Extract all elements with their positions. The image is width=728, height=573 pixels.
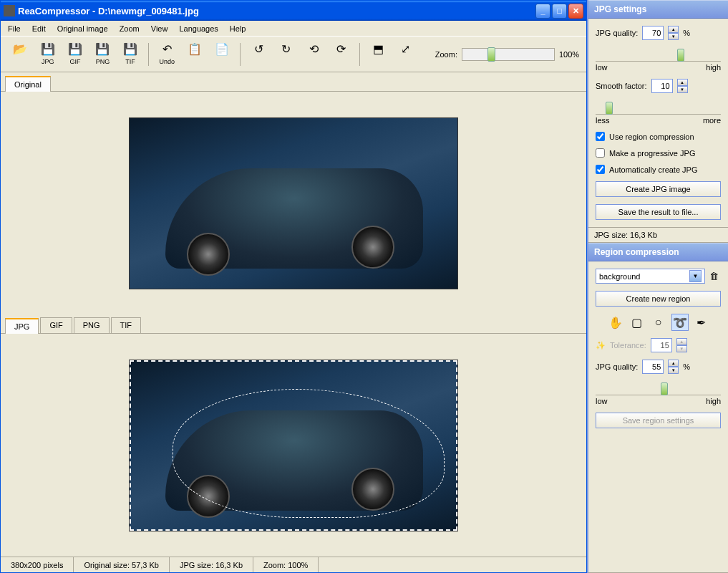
menu-original-image[interactable]: Original image: [53, 23, 112, 34]
menu-languages[interactable]: Languages: [175, 23, 222, 34]
paste-icon: 📄: [215, 42, 229, 57]
save-jpg-button[interactable]: 💾JPG: [35, 41, 59, 68]
jpg-settings-title: JPG settings: [588, 0, 728, 19]
zoom-slider-thumb[interactable]: [487, 47, 495, 62]
lasso-tool-icon[interactable]: ➰: [671, 314, 689, 331]
original-tabstrip: Original: [1, 72, 586, 92]
flip-h-icon: ⟲: [306, 42, 321, 57]
rect-select-icon[interactable]: ▢: [628, 314, 646, 331]
tab-original[interactable]: Original: [5, 76, 51, 92]
ellipse-select-icon[interactable]: ○: [650, 314, 667, 331]
copy-button[interactable]: 📋: [182, 41, 206, 68]
preview-image: [129, 360, 458, 531]
status-zoom: Zoom: 100%: [253, 557, 319, 572]
tolerance-label: Tolerance:: [610, 341, 646, 350]
menu-file[interactable]: File: [4, 23, 25, 34]
app-icon: [4, 5, 15, 16]
create-jpg-button[interactable]: Create JPG image: [596, 181, 721, 197]
save-tif-button[interactable]: 💾TIF: [118, 41, 142, 68]
use-region-checkbox[interactable]: Use region compression: [596, 132, 721, 141]
jpg-quality-down[interactable]: ▼: [668, 33, 679, 40]
floppy-icon: 💾: [68, 42, 82, 57]
region-quality-down[interactable]: ▼: [668, 367, 679, 374]
flip-h-button[interactable]: ⟲: [301, 41, 326, 68]
tab-gif[interactable]: GIF: [40, 317, 72, 333]
region-quality-up[interactable]: ▲: [668, 360, 679, 367]
status-jpg-size: JPG size: 16,3 Kb: [170, 557, 253, 572]
undo-icon: ↶: [160, 42, 174, 57]
open-folder-icon: 📂: [13, 42, 27, 57]
preview-image-pane[interactable]: [1, 334, 586, 557]
tab-png[interactable]: PNG: [74, 317, 110, 333]
menu-help[interactable]: Help: [225, 23, 251, 34]
jpg-quality-input[interactable]: [642, 26, 664, 40]
minimize-button[interactable]: _: [535, 4, 550, 19]
open-button[interactable]: 📂: [8, 41, 32, 68]
flip-v-icon: ⟳: [334, 42, 349, 57]
maximize-button[interactable]: □: [552, 4, 567, 19]
rotate-right-button[interactable]: ↻: [274, 41, 299, 68]
progressive-checkbox[interactable]: Make a progressive JPG: [596, 148, 721, 158]
region-compression-title: Region compression: [588, 243, 728, 261]
original-image-pane[interactable]: [1, 92, 586, 314]
flip-v-button[interactable]: ⟳: [329, 41, 354, 68]
floppy-icon: 💾: [123, 42, 137, 57]
zoom-label: Zoom:: [435, 50, 457, 59]
delete-region-button[interactable]: 🗑: [709, 271, 721, 282]
jpg-quality-label: JPG quality:: [596, 29, 638, 37]
magic-wand-icon: ✨: [596, 341, 606, 350]
original-image: [129, 117, 458, 289]
zoom-slider[interactable]: [462, 48, 555, 61]
region-quality-input[interactable]: [642, 360, 664, 374]
auto-create-checkbox[interactable]: Automatically create JPG: [596, 165, 721, 174]
zoom-value: 100%: [559, 50, 579, 59]
chevron-down-icon[interactable]: ▼: [689, 270, 702, 282]
statusbar: 380x200 pixels Original size: 57,3 Kb JP…: [1, 557, 586, 572]
rotate-right-icon: ↻: [279, 42, 293, 57]
save-region-settings-button: Save region settings: [596, 413, 721, 428]
smooth-factor-label: Smooth factor:: [596, 82, 647, 90]
polygon-tool-icon[interactable]: ✒: [693, 314, 710, 331]
rotate-left-icon: ↺: [251, 42, 266, 57]
titlebar[interactable]: ReaCompressor - D:\newmgr_009481.jpg _ □…: [1, 1, 586, 21]
rotate-left-button[interactable]: ↺: [246, 41, 271, 68]
save-gif-button[interactable]: 💾GIF: [63, 41, 87, 68]
toolbar: 📂 💾JPG 💾GIF 💾PNG 💾TIF ↶Undo 📋 📄 ↺ ↻ ⟲ ⟳ …: [1, 37, 586, 72]
region-quality-label: JPG quality:: [596, 362, 638, 371]
jpg-quality-up[interactable]: ▲: [668, 26, 679, 33]
tab-tif[interactable]: TIF: [111, 317, 142, 333]
window-title: ReaCompressor - D:\newmgr_009481.jpg: [18, 6, 535, 16]
status-original-size: Original size: 57,3 Kb: [74, 557, 170, 572]
floppy-icon: 💾: [95, 42, 110, 57]
save-result-button[interactable]: Save the result to file...: [596, 204, 721, 220]
tolerance-input: [651, 338, 672, 352]
status-dimensions: 380x200 pixels: [1, 557, 74, 572]
hand-tool-icon[interactable]: ✋: [607, 314, 624, 331]
resize-button[interactable]: ⤢: [393, 41, 417, 68]
region-select[interactable]: background ▼: [596, 269, 705, 284]
smooth-up[interactable]: ▲: [677, 79, 688, 86]
close-button[interactable]: ✕: [568, 4, 583, 19]
undo-button[interactable]: ↶Undo: [155, 41, 179, 68]
paste-button[interactable]: 📄: [210, 41, 234, 68]
resize-icon: ⤢: [399, 42, 413, 57]
menu-zoom[interactable]: Zoom: [115, 23, 144, 34]
menu-edit[interactable]: Edit: [28, 23, 50, 34]
tab-jpg[interactable]: JPG: [5, 318, 39, 334]
copy-icon: 📋: [188, 42, 202, 57]
smooth-down[interactable]: ▼: [677, 86, 688, 93]
jpg-quality-slider[interactable]: [596, 52, 721, 62]
save-png-button[interactable]: 💾PNG: [90, 41, 115, 68]
smooth-factor-input[interactable]: [651, 79, 673, 93]
menu-view[interactable]: View: [147, 23, 173, 34]
jpg-size-status: JPG size: 16,3 Kb: [588, 228, 728, 243]
floppy-icon: 💾: [41, 42, 55, 57]
menubar: File Edit Original image Zoom View Langu…: [1, 21, 586, 37]
crop-icon: ⬒: [371, 42, 385, 57]
region-quality-slider[interactable]: [596, 385, 721, 395]
crop-button[interactable]: ⬒: [366, 41, 390, 68]
smooth-slider[interactable]: [596, 105, 721, 115]
create-region-button[interactable]: Create new region: [596, 291, 721, 307]
format-tabstrip: JPG GIF PNG TIF: [1, 314, 586, 334]
